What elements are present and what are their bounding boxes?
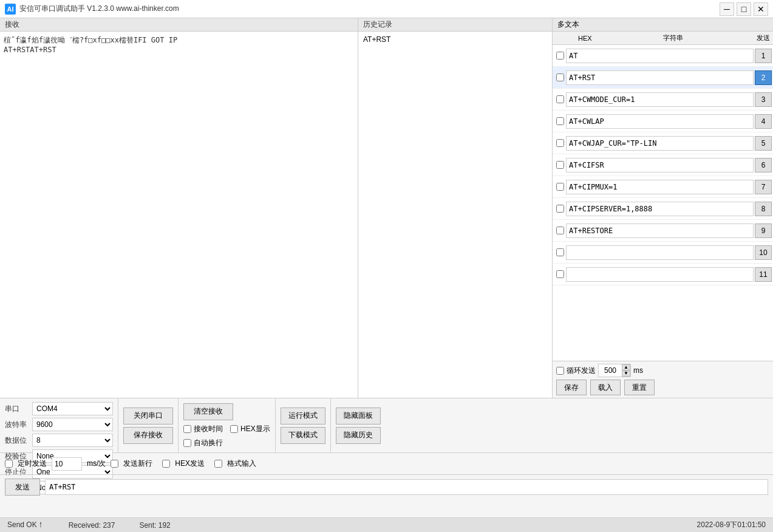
hide-panel-button[interactable]: 隐藏面板: [336, 408, 381, 425]
multi-input-4[interactable]: [566, 114, 754, 129]
serial-label: 串口: [5, 404, 32, 414]
hide-buttons: 隐藏面板 隐藏历史: [331, 398, 386, 452]
data-bits-select[interactable]: 8: [32, 434, 113, 447]
multi-checkbox-2[interactable]: [554, 73, 566, 81]
multi-checkbox-11[interactable]: [554, 270, 566, 278]
multi-checkbox-8[interactable]: [554, 205, 566, 213]
baud-label: 波特率: [5, 420, 32, 430]
multi-checkbox-10[interactable]: [554, 248, 566, 256]
minimize-button[interactable]: ─: [720, 2, 734, 16]
multi-input-5[interactable]: [566, 136, 754, 151]
history-header: 历史记录: [358, 18, 552, 32]
multi-header: 多文本: [553, 18, 773, 32]
multi-checkbox-1[interactable]: [554, 52, 566, 60]
recv-textarea[interactable]: 椬˜f瀛f焰f濊㣞呦゛檽?f□xf□□xx檽替IFI GOT IP AT+RST…: [0, 32, 358, 398]
loop-value-input[interactable]: [599, 364, 622, 377]
loop-checkbox[interactable]: [556, 367, 564, 375]
send-input[interactable]: [45, 479, 768, 495]
title-bar: AI 安信可串口调试助手 V1.2.3.0 www.ai-thinker.com…: [0, 0, 773, 18]
timer-input[interactable]: [52, 457, 82, 471]
history-item[interactable]: AT+RST: [361, 34, 550, 45]
maximize-button[interactable]: □: [737, 2, 751, 16]
timer-checkbox[interactable]: [5, 460, 13, 468]
status-bar: Send OK！ Received: 237 Sent: 192 2022-08…: [0, 517, 773, 532]
multi-checkbox-5[interactable]: [554, 139, 566, 147]
multi-row: 1: [553, 45, 773, 67]
multi-send-btn-3[interactable]: 3: [755, 92, 772, 107]
download-mode-button[interactable]: 下载模式: [281, 427, 325, 444]
new-line-checkbox[interactable]: [111, 460, 118, 468]
reset-button[interactable]: 重置: [624, 380, 655, 395]
send-button[interactable]: 发送: [5, 479, 40, 496]
multi-send-btn-6[interactable]: 6: [755, 158, 772, 172]
spin-down-button[interactable]: ▼: [622, 370, 630, 377]
multi-send-btn-7[interactable]: 7: [755, 180, 772, 194]
multi-input-3[interactable]: [566, 92, 754, 107]
baud-select[interactable]: 9600: [32, 418, 113, 431]
hide-history-button[interactable]: 隐藏历史: [336, 427, 381, 444]
multi-send-btn-11[interactable]: 11: [755, 267, 772, 282]
open-close-button[interactable]: 关闭串口: [123, 408, 173, 425]
recv-time-checkbox[interactable]: [183, 425, 191, 433]
clear-recv-button[interactable]: 清空接收: [183, 403, 233, 420]
serial-row: 串口 COM4: [5, 402, 113, 415]
multi-checkbox-9[interactable]: [554, 227, 566, 234]
sent-status: Sent: 192: [139, 521, 170, 530]
multi-send-btn-4[interactable]: 4: [755, 114, 772, 129]
save-recv-button[interactable]: 保存接收: [123, 427, 173, 444]
hex-send-checkbox[interactable]: [162, 460, 170, 468]
multi-checkbox-6[interactable]: [554, 161, 566, 169]
multi-row: 11: [553, 264, 773, 285]
loop-row: 循环发送 ▲ ▼ ms: [556, 364, 769, 377]
col-hex-label: HEX: [578, 35, 590, 42]
datetime-status: 2022-08-9下01:01:50: [697, 520, 766, 530]
multi-input-9[interactable]: [566, 223, 754, 238]
recv-header: 接收: [0, 18, 358, 32]
bottom-area: 串口 COM4 波特率 9600 数据位 8: [0, 398, 773, 532]
multi-input-10[interactable]: [566, 245, 754, 260]
close-button[interactable]: ✕: [754, 2, 768, 16]
hex-display-checkbox[interactable]: [230, 425, 238, 433]
send-row: 发送: [0, 475, 773, 499]
recv-panel: 接收 椬˜f瀛f焰f濊㣞呦゛檽?f□xf□□xx檽替IFI GOT IP AT+…: [0, 18, 358, 398]
hex-send-label: HEX发送: [175, 459, 205, 469]
multi-checkbox-3[interactable]: [554, 95, 566, 103]
load-button[interactable]: 载入: [590, 380, 621, 395]
multi-row: 6: [553, 154, 773, 176]
multi-input-11[interactable]: [566, 267, 754, 282]
multi-row: 7: [553, 176, 773, 198]
multi-input-7[interactable]: [566, 180, 754, 194]
serial-select[interactable]: COM4: [32, 402, 113, 415]
multi-row: 4: [553, 111, 773, 132]
multi-send-btn-10[interactable]: 10: [755, 245, 772, 260]
baud-row: 波特率 9600: [5, 418, 113, 431]
run-mode-button[interactable]: 运行模式: [281, 408, 325, 425]
multi-input-6[interactable]: [566, 158, 754, 172]
multi-send-btn-9[interactable]: 9: [755, 223, 772, 238]
mode-buttons: 运行模式 下载模式: [276, 398, 331, 452]
multi-checkbox-7[interactable]: [554, 183, 566, 191]
multi-input-8[interactable]: [566, 202, 754, 216]
multi-row: 10: [553, 242, 773, 264]
data-bits-row: 数据位 8: [5, 434, 113, 447]
multi-send-btn-2[interactable]: 2: [755, 70, 772, 85]
fmt-input-checkbox[interactable]: [214, 460, 222, 468]
loop-label: 循环发送: [567, 366, 596, 376]
col-send-label: 发送: [755, 33, 772, 43]
app-title: 安信可串口调试助手 V1.2.3.0 www.ai-thinker.com: [19, 4, 179, 14]
recv-time-row: 接收时间 HEX显示: [183, 424, 270, 434]
spin-up-button[interactable]: ▲: [622, 364, 630, 370]
col-headers: HEX 字符串 发送: [553, 32, 773, 45]
multi-checkbox-4[interactable]: [554, 117, 566, 125]
timer-unit: ms/次: [87, 459, 106, 469]
save-button[interactable]: 保存: [556, 380, 587, 395]
multi-send-btn-1[interactable]: 1: [755, 49, 772, 63]
window-controls: ─ □ ✕: [720, 2, 768, 16]
multi-input-2[interactable]: [566, 70, 754, 85]
multi-send-btn-5[interactable]: 5: [755, 136, 772, 151]
new-line-label: 发送新行: [123, 459, 152, 469]
multi-send-btn-8[interactable]: 8: [755, 202, 772, 216]
timer-row: 定时发送 ms/次 发送新行 HEX发送 格式输入: [0, 453, 773, 475]
multi-input-1[interactable]: [566, 49, 754, 63]
auto-wrap-checkbox[interactable]: [183, 439, 191, 447]
